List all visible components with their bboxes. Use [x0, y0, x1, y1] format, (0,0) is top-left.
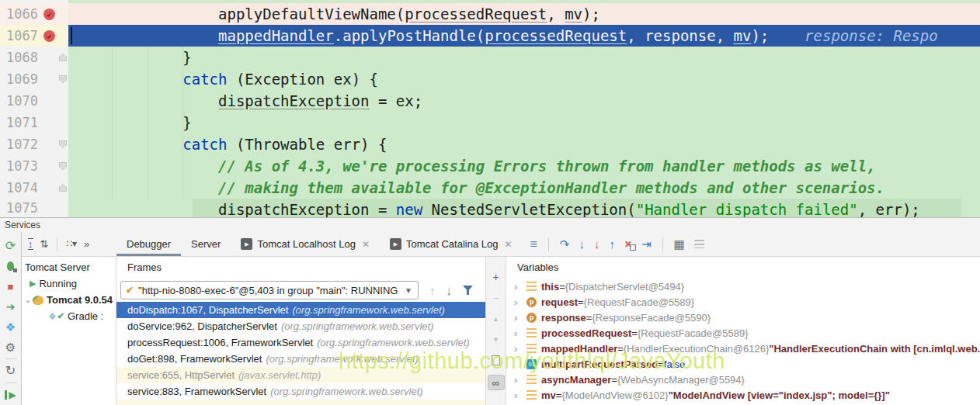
stop-icon[interactable]: ■: [3, 276, 19, 296]
move-down-icon[interactable]: ▼: [492, 329, 499, 350]
chevron-right-icon[interactable]: ›: [514, 374, 526, 386]
code-line[interactable]: }: [68, 112, 980, 133]
editor-gutter[interactable]: 1066✔: [0, 3, 68, 25]
thread-selector-dropdown[interactable]: ✔ "http-nio-8080-exec-6"@5,403 in group …: [120, 281, 419, 299]
stack-frame-row[interactable]: doGet:898, FrameworkServlet(org.springfr…: [116, 351, 485, 367]
variable-row-asyncManager[interactable]: ›asyncManager = {WebAsyncManager@5594}: [506, 372, 980, 387]
move-up-icon[interactable]: ▲: [492, 308, 499, 329]
refresh-icon[interactable]: ↻: [3, 361, 19, 381]
editor-gutter[interactable]: 1073: [0, 155, 68, 177]
editor-gutter[interactable]: 1071: [0, 112, 68, 133]
tab-tomcat-catalina-log[interactable]: ▶Tomcat Catalina Log✕: [380, 232, 523, 256]
drop-frame-icon[interactable]: ✕: [624, 239, 632, 250]
fold-marker-icon[interactable]: [59, 162, 67, 170]
fold-marker-icon[interactable]: [59, 140, 67, 148]
update-application-icon[interactable]: ❖: [3, 317, 19, 337]
remove-watch-icon[interactable]: −: [492, 287, 499, 308]
close-icon[interactable]: ✕: [504, 239, 512, 250]
collapse-all-icon[interactable]: ⇅: [40, 239, 49, 249]
stack-frame-row[interactable]: doDispatch:1067, DispatcherServlet(org.s…: [116, 302, 485, 318]
line-number: 1075: [6, 200, 40, 216]
equals-sign: =: [617, 343, 624, 355]
duplicate-watch-icon[interactable]: [492, 350, 500, 371]
force-step-into-icon[interactable]: ↓: [594, 238, 600, 250]
variable-row-mv[interactable]: ›mv = {ModelAndView@6102} "ModelAndView …: [506, 387, 980, 403]
tree-item-tomcat-9-0-54[interactable]: ⌄Tomcat 9.0.54: [22, 292, 116, 308]
variable-row-response[interactable]: ›presponse = {ResponseFacade@5590}: [506, 310, 980, 325]
fold-marker-icon[interactable]: [59, 75, 67, 83]
code-line[interactable]: dispatchException = ex;: [68, 90, 980, 112]
code-line[interactable]: applyDefaultViewName(processedRequest, m…: [68, 3, 980, 25]
filter-icon[interactable]: [463, 286, 473, 295]
stack-frame-row[interactable]: [116, 400, 485, 405]
step-into-icon[interactable]: ↓: [579, 238, 585, 250]
chevron-right-icon[interactable]: ›: [514, 296, 526, 308]
tree-item-running[interactable]: ▶Running: [22, 275, 116, 292]
variable-row-this[interactable]: ›this = {DispatcherServlet@5494}: [506, 279, 980, 294]
run-to-cursor-icon[interactable]: ⇥: [641, 238, 652, 250]
editor-gutter[interactable]: 1070: [0, 90, 68, 112]
frame-down-icon[interactable]: ↓: [447, 285, 453, 296]
chevron-right-icon[interactable]: ›: [514, 389, 526, 401]
editor-gutter[interactable]: 1068: [0, 47, 68, 68]
stack-frame-row[interactable]: processRequest:1006, FrameworkServlet(or…: [116, 334, 485, 351]
chevron-right-icon[interactable]: ›: [514, 327, 526, 339]
chevron-down-icon[interactable]: ⌄: [23, 295, 33, 305]
overflow-chevron-icon[interactable]: »: [84, 239, 89, 249]
editor-gutter[interactable]: 1069: [0, 68, 68, 90]
frame-up-icon[interactable]: ↑: [429, 285, 436, 296]
stack-frame-row[interactable]: service:883, FrameworkServlet(org.spring…: [116, 383, 485, 400]
step-out-icon[interactable]: ↑: [609, 238, 615, 250]
variable-row-mappedHandler[interactable]: ›mappedHandler = {HandlerExecutionChain@…: [506, 341, 980, 356]
editor-gutter[interactable]: 1072: [0, 133, 68, 155]
code-line[interactable]: // As of 4.3, we're processing Errors th…: [68, 155, 980, 177]
tab-server[interactable]: Server: [181, 232, 231, 256]
rerun-debug-icon[interactable]: [3, 256, 19, 276]
variable-row-processedRequest[interactable]: ›processedRequest = {RequestFacade@5589}: [506, 325, 980, 341]
resume-icon[interactable]: ➔: [3, 296, 19, 317]
tree-item-tomcat-server[interactable]: Tomcat Server: [22, 259, 116, 275]
tab-tomcat-localhost-log[interactable]: ▶Tomcat Localhost Log✕: [231, 232, 380, 256]
step-over-icon[interactable]: ↷: [560, 238, 570, 250]
chevron-right-icon[interactable]: ›: [514, 281, 526, 292]
rerun-icon[interactable]: ⟳: [3, 236, 19, 256]
settings-icon[interactable]: ⚙: [3, 337, 19, 357]
close-icon[interactable]: ✕: [362, 239, 370, 250]
stack-frame-row[interactable]: service:655, HttpServlet(javax.servlet.h…: [116, 367, 485, 383]
variable-row-request[interactable]: ›prequest = {RequestFacade@5589}: [506, 294, 980, 310]
pin-play-icon[interactable]: ▶: [3, 385, 19, 405]
chevron-right-icon[interactable]: ›: [514, 343, 526, 355]
expand-all-icon[interactable]: ↕: [28, 238, 33, 250]
fold-marker-icon[interactable]: [59, 184, 67, 192]
fold-marker-icon[interactable]: [59, 54, 67, 61]
show-watches-toggle[interactable]: ∞: [488, 371, 505, 392]
breakpoint-icon[interactable]: ✔: [43, 9, 55, 20]
code-line[interactable]: catch (Exception ex) {: [68, 68, 980, 90]
tree-item-gradle-[interactable]: ❖✔Gradle :: [22, 308, 116, 324]
restore-layout-icon[interactable]: ≡: [530, 237, 537, 251]
chevron-right-icon[interactable]: ›: [514, 312, 526, 324]
evaluate-expression-icon[interactable]: ▦: [674, 238, 685, 250]
code-line[interactable]: // making them available for @ExceptionH…: [68, 177, 980, 199]
frame-location: service:655, HttpServlet: [127, 369, 235, 381]
add-watch-icon[interactable]: +: [492, 266, 499, 287]
code-line[interactable]: mappedHandler.applyPostHandle(processedR…: [68, 25, 980, 47]
layout-settings-icon[interactable]: [694, 240, 704, 248]
stack-frame-row[interactable]: doService:962, DispatcherServlet(org.spr…: [116, 318, 485, 334]
variable-name: mv: [541, 389, 556, 401]
code-line[interactable]: catch (Throwable err) {: [68, 133, 980, 155]
code-line[interactable]: dispatchException = new NestedServletExc…: [68, 199, 980, 217]
gradle-icon: ❖: [48, 311, 57, 322]
breakpoint-icon[interactable]: ✔: [43, 30, 55, 42]
run-triangle-icon: ▶: [30, 279, 36, 289]
services-tool-window: Services ⟳■➔❖⚙↻▶ ↕⇅∷▾» DebuggerServer▶To…: [0, 217, 980, 405]
group-by-icon[interactable]: ∷▾: [66, 239, 77, 249]
editor-gutter[interactable]: 1075: [0, 199, 68, 217]
editor-gutter[interactable]: 1067✔: [0, 25, 68, 47]
code-editor[interactable]: 1066✔ applyDefaultViewName(processedRequ…: [0, 0, 980, 217]
variable-row-multipartRequestParsed[interactable]: 01multipartRequestParsed = false: [506, 356, 980, 372]
tab-debugger[interactable]: Debugger: [116, 232, 181, 256]
code-token: processedRequest: [405, 5, 547, 22]
code-line[interactable]: }: [68, 47, 980, 68]
editor-gutter[interactable]: 1074: [0, 177, 68, 199]
